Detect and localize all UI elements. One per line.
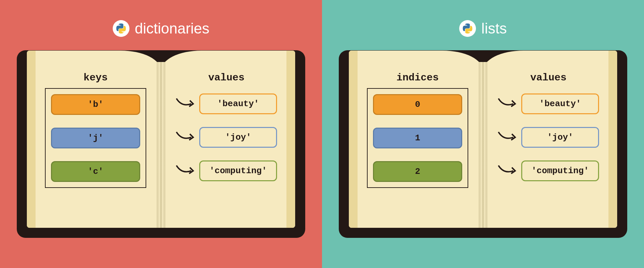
value-pill: 'beauty' [521,93,599,114]
book-dictionaries: keys 'b' 'j' 'c' values 'beauty' [17,50,305,238]
indices-header: indices [367,72,468,83]
page-values: values 'beauty' 'joy' [483,62,617,228]
page-values: values 'beauty' 'joy' [161,62,295,228]
book-lists: indices 0 1 2 values 'beauty' [339,50,627,238]
title-lists: lists [459,20,507,37]
value-pill: 'joy' [199,127,277,148]
indices-box: 0 1 2 [367,88,468,188]
page-keys: keys 'b' 'j' 'c' [27,62,161,228]
key-pill: 'b' [51,94,140,115]
page-indices: indices 0 1 2 [349,62,483,228]
arrow-icon [498,130,518,145]
arrow-icon [498,163,518,178]
title-dictionaries: dictionaries [113,20,210,37]
python-icon [113,20,129,37]
python-icon [459,20,476,37]
index-pill: 1 [373,128,462,148]
value-pill: 'computing' [199,160,277,181]
arrow-icon [176,130,196,145]
arrow-icon [498,96,518,111]
title-text: lists [481,20,507,37]
keys-box: 'b' 'j' 'c' [45,88,146,188]
value-pill: 'computing' [521,160,599,181]
index-pill: 0 [373,94,462,115]
values-header: values [498,72,599,83]
arrow-icon [176,163,196,178]
keys-header: keys [45,72,146,83]
values-header: values [176,72,277,83]
arrow-icon [176,96,196,111]
key-pill: 'c' [51,161,140,182]
title-text: dictionaries [135,20,210,37]
value-pill: 'beauty' [199,93,277,114]
panel-lists: lists indices 0 1 2 values [322,0,644,268]
value-pill: 'joy' [521,127,599,148]
index-pill: 2 [373,161,462,182]
panel-dictionaries: dictionaries keys 'b' 'j' 'c' values [0,0,322,268]
key-pill: 'j' [51,128,140,148]
